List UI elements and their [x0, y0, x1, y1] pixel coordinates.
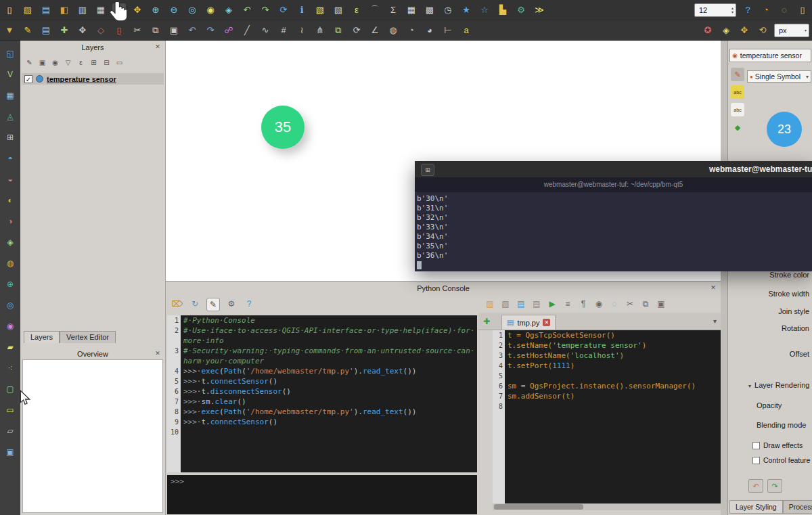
- open-script[interactable]: ▨: [484, 298, 496, 310]
- tab-vertex-editor[interactable]: Vertex Editor: [60, 331, 116, 343]
- pan-to-selection[interactable]: ✥: [131, 3, 144, 17]
- layer-name[interactable]: temperature sensor: [47, 75, 116, 83]
- console-input[interactable]: >>>: [167, 475, 477, 514]
- add-wfs-layer[interactable]: ◎: [4, 299, 16, 311]
- highlight-pinned-labels[interactable]: ◈: [719, 24, 733, 37]
- undo-icon[interactable]: ↶: [748, 479, 763, 493]
- zoom-out[interactable]: ⊖: [167, 3, 181, 17]
- reshape-features[interactable]: ≀: [295, 24, 309, 37]
- run-command[interactable]: ↻: [189, 298, 201, 310]
- new-geopackage-layer[interactable]: ▢: [4, 383, 16, 395]
- unit-combo[interactable]: px ▾: [774, 24, 809, 37]
- show-editor[interactable]: ✎: [206, 298, 220, 311]
- feature-order-checkbox[interactable]: [752, 457, 760, 464]
- zoom-full[interactable]: ◎: [185, 3, 199, 17]
- find-text[interactable]: ◌: [608, 298, 621, 310]
- trim-extend[interactable]: ⊢: [441, 24, 455, 37]
- add-mesh-layer[interactable]: ◬: [4, 110, 16, 122]
- save-script-as[interactable]: ▤: [531, 298, 543, 310]
- options[interactable]: ⚙: [225, 298, 238, 310]
- terminal-body[interactable]: b'30\n'b'31\n'b'32\n'b'33\n'b'34\n'b'35\…: [415, 192, 812, 271]
- open-data-source-manager[interactable]: ◱: [4, 47, 16, 60]
- digitize-with-segment[interactable]: ╱: [240, 24, 254, 37]
- add-virtual-layer[interactable]: ◈: [4, 236, 16, 248]
- attributes-table[interactable]: ▦: [405, 3, 418, 17]
- new-shapefile-layer[interactable]: ▭: [4, 404, 16, 416]
- tab-layers[interactable]: Layers: [24, 331, 60, 343]
- field-calculator[interactable]: ▩: [423, 3, 436, 17]
- zoom-next[interactable]: ↷: [258, 3, 272, 17]
- add-spatialite-layer[interactable]: ◒: [4, 173, 16, 185]
- clear-console[interactable]: ⌦: [171, 298, 183, 310]
- editor-body[interactable]: 1t = QgsTcpSocketSensor()2t.setName('tem…: [493, 330, 721, 503]
- terminal-tab[interactable]: webmaster@webmaster-tuf: ~/dev/cpp/bm-qt…: [415, 177, 812, 192]
- statistical-summary[interactable]: Σ: [386, 3, 400, 17]
- editor-tab-tmp-py[interactable]: ▤ tmp.py ✕: [501, 315, 556, 330]
- spinner-arrows-icon[interactable]: ▴▾: [731, 6, 734, 14]
- measure-line[interactable]: ⌒: [368, 3, 382, 17]
- close-icon[interactable]: ✕: [154, 43, 162, 50]
- delete-selected[interactable]: ▯: [112, 24, 126, 37]
- help[interactable]: ?: [243, 298, 255, 310]
- plugins[interactable]: ⚙: [514, 3, 528, 17]
- copy[interactable]: ⧉: [639, 298, 652, 310]
- symbology-tab[interactable]: ✎: [731, 68, 744, 81]
- advanced-digitizing[interactable]: #: [277, 24, 290, 37]
- pan-map[interactable]: ✥: [112, 3, 126, 17]
- add-arcgis-layer[interactable]: ◉: [4, 320, 16, 332]
- zoom-to-layer[interactable]: ◈: [222, 3, 235, 17]
- show-layout-manager[interactable]: ▦: [94, 3, 108, 17]
- osm-place-search[interactable]: ◌: [777, 3, 791, 17]
- new-temporary-layer[interactable]: ▱: [4, 425, 16, 437]
- zoom-last[interactable]: ↶: [240, 3, 254, 17]
- add-vector-tile-layer[interactable]: ▰: [4, 341, 16, 353]
- deselect-features[interactable]: ▧: [332, 3, 345, 17]
- open-in-external-editor[interactable]: ▨: [499, 298, 512, 310]
- redo[interactable]: ↷: [204, 24, 217, 37]
- new-print-layout[interactable]: ▥: [76, 3, 89, 17]
- tab-layer-styling[interactable]: Layer Styling: [729, 500, 783, 514]
- current-edits[interactable]: ▼: [3, 24, 16, 37]
- select-by-expression[interactable]: ε: [350, 3, 363, 17]
- font-size-combo[interactable]: 12 ▴▾: [694, 3, 736, 17]
- add-oracle-layer[interactable]: ◑: [4, 215, 16, 227]
- close-tab-icon[interactable]: ✕: [543, 319, 550, 326]
- labels-tab[interactable]: abc: [731, 85, 744, 99]
- redo-icon[interactable]: ↷: [767, 479, 782, 493]
- snapping-options[interactable]: ☍: [222, 24, 235, 37]
- help-contents[interactable]: ?: [741, 3, 754, 17]
- rotate-feature[interactable]: ⟳: [350, 24, 363, 37]
- show-bookmarks[interactable]: ☆: [478, 3, 491, 17]
- new-virtual-layer[interactable]: ▣: [4, 446, 16, 458]
- styling-layer-selector[interactable]: ◉ temperature sensor: [729, 49, 811, 62]
- object-inspector[interactable]: ◉: [593, 298, 605, 310]
- stream-digitizing[interactable]: ∿: [258, 24, 272, 37]
- cut-features[interactable]: ✂: [131, 24, 144, 37]
- add-point-cloud-layer[interactable]: ⁖: [4, 362, 16, 374]
- add-xyz-layer[interactable]: ⊕: [4, 278, 16, 290]
- python-console-toggle[interactable]: ≫: [533, 3, 546, 17]
- cut[interactable]: ✂: [624, 298, 636, 310]
- move-feature[interactable]: ✥: [76, 24, 89, 37]
- layer-rendering-group[interactable]: ▾ Layer Rendering: [748, 381, 809, 389]
- save-script[interactable]: ▤: [515, 298, 527, 310]
- terminal-titlebar[interactable]: ⊞ webmaster@webmaster-tuf: [415, 161, 812, 177]
- draw-effects-checkbox[interactable]: [752, 442, 760, 449]
- close-icon[interactable]: ✕: [154, 350, 162, 357]
- scrollbar-thumb[interactable]: [494, 504, 583, 510]
- move-label[interactable]: ✥: [738, 24, 751, 37]
- toggle-editing[interactable]: ✎: [21, 24, 35, 37]
- simplify-feature[interactable]: ∠: [368, 24, 382, 37]
- paste-features[interactable]: ▣: [167, 24, 181, 37]
- style-manager[interactable]: ◧: [58, 3, 71, 17]
- new-editor-tab-icon[interactable]: ✚: [483, 317, 490, 326]
- format-code[interactable]: ¶: [577, 298, 589, 310]
- terminal-menu-icon[interactable]: ⊞: [421, 164, 434, 176]
- diagrams-tab[interactable]: ◆: [731, 120, 744, 134]
- add-part[interactable]: ◔: [405, 24, 418, 37]
- add-group[interactable]: ▣: [37, 58, 47, 68]
- add-mssql-layer[interactable]: ◐: [4, 194, 16, 206]
- toggle-comment[interactable]: ≡: [562, 298, 574, 310]
- dock-splitter[interactable]: [721, 41, 727, 515]
- tab-processing[interactable]: Processing: [783, 500, 812, 514]
